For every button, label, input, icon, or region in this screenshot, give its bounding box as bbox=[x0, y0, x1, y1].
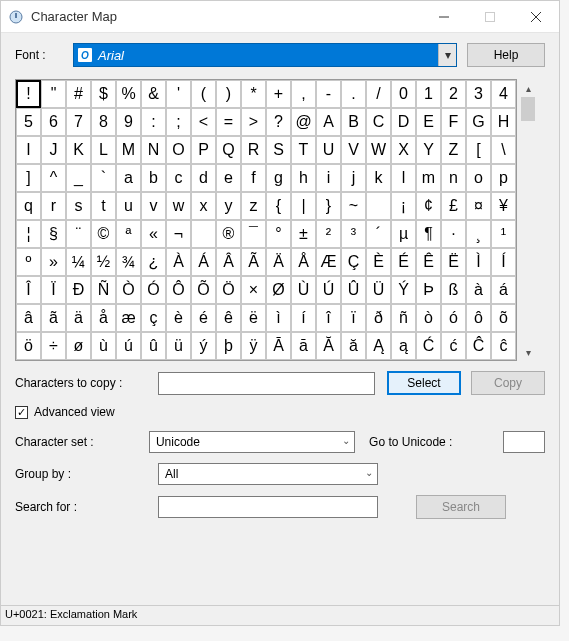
character-cell[interactable]: b bbox=[141, 164, 166, 192]
character-cell[interactable]: 2 bbox=[441, 80, 466, 108]
character-cell[interactable]: e bbox=[216, 164, 241, 192]
character-cell[interactable]: ÿ bbox=[241, 332, 266, 360]
character-cell[interactable]: 9 bbox=[116, 108, 141, 136]
character-cell[interactable]: * bbox=[241, 80, 266, 108]
character-cell[interactable]: p bbox=[491, 164, 516, 192]
character-cell[interactable]: Ü bbox=[366, 276, 391, 304]
character-cell[interactable]: ® bbox=[216, 220, 241, 248]
character-cell[interactable]: ¼ bbox=[66, 248, 91, 276]
character-cell[interactable]: Û bbox=[341, 276, 366, 304]
character-cell[interactable]: ­ bbox=[191, 220, 216, 248]
character-cell[interactable]: , bbox=[291, 80, 316, 108]
character-cell[interactable]: q bbox=[16, 192, 41, 220]
character-cell[interactable]: ä bbox=[66, 304, 91, 332]
character-cell[interactable]: » bbox=[41, 248, 66, 276]
character-cell[interactable]: [ bbox=[466, 136, 491, 164]
character-cell[interactable]: T bbox=[291, 136, 316, 164]
character-cell[interactable]: ] bbox=[16, 164, 41, 192]
search-button[interactable]: Search bbox=[416, 495, 506, 519]
character-cell[interactable]: O bbox=[166, 136, 191, 164]
character-cell[interactable]: D bbox=[391, 108, 416, 136]
character-cell[interactable]: w bbox=[166, 192, 191, 220]
character-cell[interactable]: H bbox=[491, 108, 516, 136]
character-cell[interactable]: u bbox=[116, 192, 141, 220]
character-cell[interactable]: _ bbox=[66, 164, 91, 192]
character-cell[interactable]: ¥ bbox=[491, 192, 516, 220]
character-cell[interactable]: ± bbox=[291, 220, 316, 248]
groupby-dropdown[interactable]: All ⌄ bbox=[158, 463, 378, 485]
goto-unicode-input[interactable] bbox=[503, 431, 545, 453]
character-cell[interactable]: t bbox=[91, 192, 116, 220]
character-cell[interactable]: ā bbox=[291, 332, 316, 360]
character-cell[interactable]: á bbox=[491, 276, 516, 304]
character-cell[interactable]: P bbox=[191, 136, 216, 164]
character-cell[interactable]: Î bbox=[16, 276, 41, 304]
character-cell[interactable]: 4 bbox=[491, 80, 516, 108]
character-cell[interactable]: â bbox=[16, 304, 41, 332]
character-cell[interactable]: 5 bbox=[16, 108, 41, 136]
character-cell[interactable]: 7 bbox=[66, 108, 91, 136]
character-cell[interactable]: R bbox=[241, 136, 266, 164]
character-cell[interactable]: 0 bbox=[391, 80, 416, 108]
character-cell[interactable]: Ø bbox=[266, 276, 291, 304]
scroll-thumb[interactable] bbox=[521, 97, 535, 121]
character-cell[interactable]: Ë bbox=[441, 248, 466, 276]
character-cell[interactable]: x bbox=[191, 192, 216, 220]
character-cell[interactable]: m bbox=[416, 164, 441, 192]
character-cell[interactable]: Q bbox=[216, 136, 241, 164]
character-cell[interactable]: ü bbox=[166, 332, 191, 360]
font-dropdown[interactable]: O Arial ▾ bbox=[73, 43, 457, 67]
character-cell[interactable]: Ą bbox=[366, 332, 391, 360]
character-cell[interactable]: Â bbox=[216, 248, 241, 276]
character-cell[interactable]: J bbox=[41, 136, 66, 164]
character-cell[interactable]: E bbox=[416, 108, 441, 136]
character-cell[interactable]: Ò bbox=[116, 276, 141, 304]
character-cell[interactable]: | bbox=[291, 192, 316, 220]
character-cell[interactable]: ö bbox=[16, 332, 41, 360]
character-cell[interactable]: Ć bbox=[416, 332, 441, 360]
character-cell[interactable]: s bbox=[66, 192, 91, 220]
character-cell[interactable]: f bbox=[241, 164, 266, 192]
character-cell[interactable]: « bbox=[141, 220, 166, 248]
character-cell[interactable]: - bbox=[316, 80, 341, 108]
character-cell[interactable]: o bbox=[466, 164, 491, 192]
character-cell[interactable]: X bbox=[391, 136, 416, 164]
character-cell[interactable]: % bbox=[116, 80, 141, 108]
search-input[interactable] bbox=[158, 496, 378, 518]
character-cell[interactable]: È bbox=[366, 248, 391, 276]
character-cell[interactable]: / bbox=[366, 80, 391, 108]
character-cell[interactable]: . bbox=[341, 80, 366, 108]
character-cell[interactable]: ë bbox=[241, 304, 266, 332]
character-cell[interactable]: £ bbox=[441, 192, 466, 220]
character-cell[interactable]: U bbox=[316, 136, 341, 164]
character-cell[interactable]: ¿ bbox=[141, 248, 166, 276]
character-cell[interactable]: { bbox=[266, 192, 291, 220]
character-cell[interactable]: ĉ bbox=[491, 332, 516, 360]
character-cell[interactable]: õ bbox=[491, 304, 516, 332]
character-cell[interactable]: ¦ bbox=[16, 220, 41, 248]
character-cell[interactable]: Ĉ bbox=[466, 332, 491, 360]
characters-to-copy-input[interactable] bbox=[158, 372, 375, 395]
character-cell[interactable]: ¯ bbox=[241, 220, 266, 248]
copy-button[interactable]: Copy bbox=[471, 371, 545, 395]
character-cell[interactable]: 6 bbox=[41, 108, 66, 136]
character-cell[interactable]: ( bbox=[191, 80, 216, 108]
character-cell[interactable]: Þ bbox=[416, 276, 441, 304]
character-cell[interactable]: ! bbox=[16, 80, 41, 108]
character-cell[interactable]: W bbox=[366, 136, 391, 164]
character-cell[interactable]: ò bbox=[416, 304, 441, 332]
character-cell[interactable]: ç bbox=[141, 304, 166, 332]
character-cell[interactable]: Á bbox=[191, 248, 216, 276]
character-cell[interactable]: B bbox=[341, 108, 366, 136]
character-cell[interactable]: Ñ bbox=[91, 276, 116, 304]
character-cell[interactable]: j bbox=[341, 164, 366, 192]
character-cell[interactable]: L bbox=[91, 136, 116, 164]
character-cell[interactable]: þ bbox=[216, 332, 241, 360]
character-cell[interactable]: N bbox=[141, 136, 166, 164]
character-cell[interactable]: í bbox=[291, 304, 316, 332]
character-cell[interactable]: ô bbox=[466, 304, 491, 332]
character-cell[interactable]: é bbox=[191, 304, 216, 332]
character-cell[interactable]: k bbox=[366, 164, 391, 192]
character-cell[interactable]: a bbox=[116, 164, 141, 192]
character-cell[interactable]: ¾ bbox=[116, 248, 141, 276]
